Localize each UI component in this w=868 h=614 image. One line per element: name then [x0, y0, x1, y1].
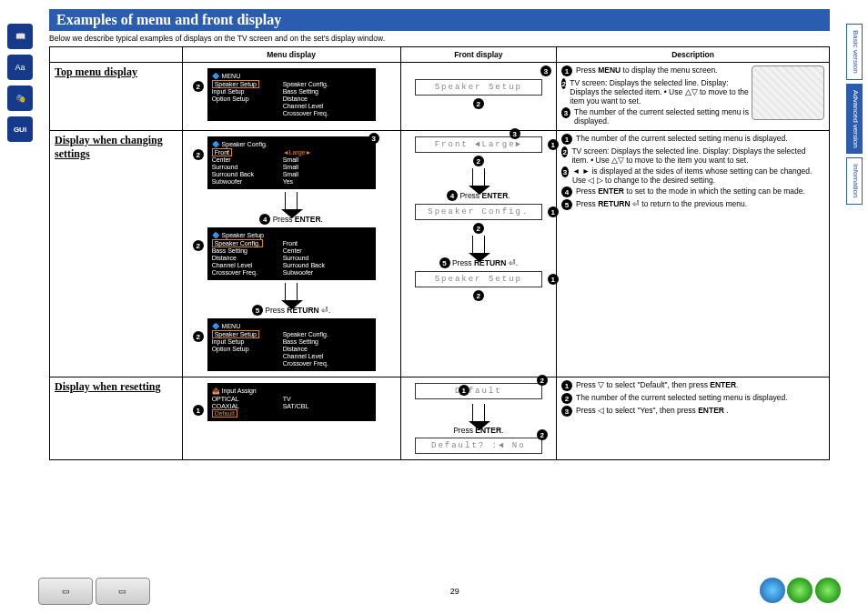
page-title: Examples of menu and front display [49, 9, 830, 31]
tab-information[interactable]: Infomation [846, 157, 863, 204]
col-desc: Description [557, 47, 830, 63]
page-subtitle: Below we describe typical examples of di… [49, 34, 830, 43]
col-blank [50, 47, 183, 63]
page-number: 29 [450, 587, 459, 596]
next-button[interactable] [815, 578, 841, 603]
remote-illustration [752, 65, 824, 120]
mask-icon[interactable]: 🎭 [7, 86, 33, 111]
footer-device-1[interactable]: ▭ [38, 578, 93, 605]
aa-icon[interactable]: Aa [7, 55, 33, 80]
book-icon[interactable]: 📖 [7, 24, 33, 49]
row-change-label: Display when changing settings [55, 134, 177, 161]
menubox-change-0: 23🔷 Speaker Config.Front◄Large►CenterSma… [207, 136, 376, 189]
bullet-3: 3 [540, 65, 551, 76]
desc-reset: 1Press ▽ to select "Default", then press… [561, 380, 824, 417]
row-reset-label: Display when resetting [55, 380, 177, 394]
col-front: Front display [400, 47, 556, 63]
menubox-change-2: 2🔷 MENUSpeaker SetupSpeaker Config.Input… [207, 318, 376, 371]
col-menu: Menu display [182, 47, 400, 63]
left-sidebar: 📖 Aa 🎭 GUI [7, 24, 35, 142]
footer: ▭ ▭ 29 [38, 578, 841, 605]
bullet-2: 2 [473, 98, 484, 109]
display-table: Menu display Front display Description T… [49, 46, 830, 460]
lcd-top: Speaker Setup [415, 79, 542, 96]
bullet-1: 1 [193, 405, 204, 416]
help-button[interactable] [760, 578, 785, 603]
gui-icon[interactable]: GUI [7, 116, 33, 142]
tab-advanced[interactable]: Advanced version [846, 84, 863, 155]
footer-device-2[interactable]: ▭ [96, 578, 150, 605]
prev-button[interactable] [787, 578, 812, 603]
menubox-top: 2 🔷 MENU Speaker SetupSpeaker Config. In… [207, 68, 376, 121]
right-tabs: Basic version Advanced version Infomatio… [846, 24, 863, 205]
tab-basic[interactable]: Basic version [846, 24, 863, 80]
bullet-2: 2 [193, 81, 204, 92]
menubox-reset: 1 📥 Input Assign OPTICALTV COAXIALSAT/CB… [207, 383, 376, 421]
menubox-change-1: 2🔷 Speaker SetupSpeaker Config.FrontBass… [207, 227, 376, 280]
row-top-label: Top menu display [55, 65, 177, 79]
desc-change: 1The number of the current selected sett… [561, 134, 824, 210]
